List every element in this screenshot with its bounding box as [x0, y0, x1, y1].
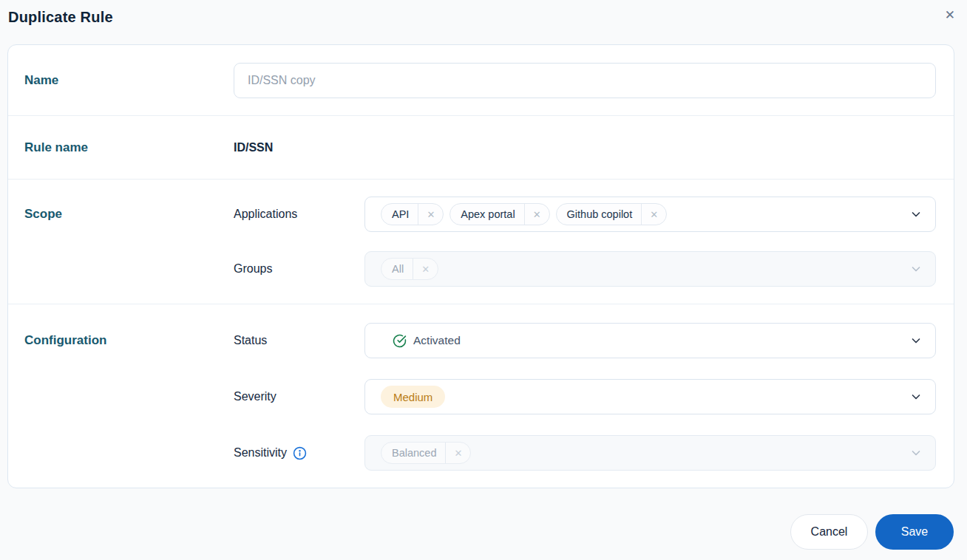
- groups-field-row: Groups All✕: [234, 251, 936, 287]
- severity-field-row: Severity Medium: [234, 379, 936, 414]
- configuration-label: Configuration: [24, 323, 106, 358]
- chip-label: All: [381, 259, 413, 279]
- chip: Github copilot✕: [556, 203, 668, 225]
- chip-remove-icon: ✕: [445, 443, 470, 463]
- save-button[interactable]: Save: [875, 514, 954, 550]
- scope-label: Scope: [24, 197, 62, 232]
- chevron-down-icon: [910, 391, 922, 403]
- groups-select: All✕: [364, 251, 936, 287]
- name-input[interactable]: [234, 63, 936, 98]
- applications-select[interactable]: API✕Apex portal✕Github copilot✕: [364, 197, 936, 232]
- status-field-row: Status Activated: [234, 323, 936, 358]
- chip-label: Github copilot: [557, 204, 642, 225]
- rule-name-label: Rule name: [24, 140, 88, 155]
- check-circle-icon: [393, 334, 407, 348]
- status-value: Activated: [413, 334, 461, 347]
- chevron-down-icon: [910, 208, 922, 220]
- chevron-down-icon: [910, 335, 922, 346]
- chip: API✕: [381, 203, 444, 225]
- severity-label: Severity: [234, 390, 364, 403]
- chip: All✕: [381, 258, 438, 280]
- rule-name-value: ID/SSN: [234, 141, 273, 154]
- chip-remove-icon[interactable]: ✕: [641, 204, 666, 225]
- chip-label: Apex portal: [450, 204, 523, 225]
- name-label: Name: [24, 73, 58, 88]
- dialog-footer: Cancel Save: [0, 514, 967, 550]
- info-icon[interactable]: [293, 446, 307, 460]
- severity-select[interactable]: Medium: [364, 379, 936, 414]
- chip: Balanced✕: [381, 442, 471, 464]
- sensitivity-field-row: Sensitivity Balanced✕: [234, 435, 936, 471]
- rule-name-row: Rule name ID/SSN: [8, 116, 954, 180]
- chip-remove-icon: ✕: [413, 259, 438, 279]
- chip-label: API: [381, 204, 418, 225]
- sensitivity-label: Sensitivity: [234, 446, 287, 460]
- status-label: Status: [234, 334, 364, 347]
- sensitivity-select: Balanced✕: [364, 435, 936, 471]
- chip-remove-icon[interactable]: ✕: [418, 204, 443, 225]
- groups-label: Groups: [234, 262, 364, 276]
- chevron-down-icon: [910, 263, 922, 275]
- scope-section: Scope Applications API✕Apex portal✕Githu…: [8, 180, 954, 304]
- cancel-button[interactable]: Cancel: [790, 514, 868, 550]
- status-select[interactable]: Activated: [364, 323, 936, 358]
- applications-label: Applications: [234, 208, 364, 221]
- chip: Apex portal✕: [449, 203, 549, 225]
- chip-label: Balanced: [381, 443, 445, 463]
- form-card: Name Rule name ID/SSN Scope Applications…: [7, 44, 954, 488]
- severity-badge: Medium: [381, 386, 445, 408]
- chevron-down-icon: [910, 447, 922, 459]
- dialog-title: Duplicate Rule: [8, 7, 113, 26]
- chip-remove-icon[interactable]: ✕: [524, 204, 549, 225]
- duplicate-rule-dialog: Duplicate Rule ✕ Name Rule name ID/SSN S…: [0, 0, 967, 560]
- applications-field-row: Applications API✕Apex portal✕Github copi…: [234, 197, 936, 232]
- name-row: Name: [8, 45, 954, 116]
- close-icon[interactable]: ✕: [942, 7, 958, 23]
- configuration-section: Configuration Status Activated: [8, 304, 954, 488]
- dialog-header: Duplicate Rule ✕: [0, 0, 967, 44]
